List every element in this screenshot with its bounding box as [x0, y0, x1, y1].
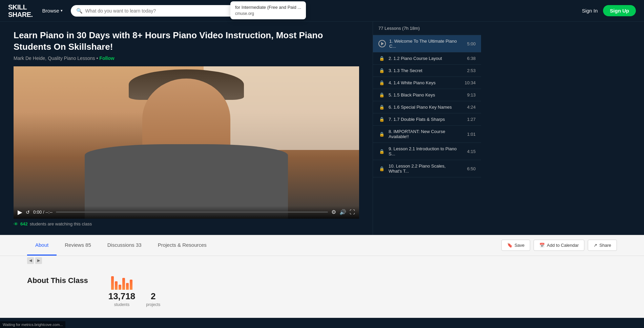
- footer-status: Waiting for metrics.brightcove.com...: [0, 321, 65, 328]
- tab-item[interactable]: About: [27, 235, 57, 256]
- about-title: About This Class: [27, 276, 88, 285]
- browse-button[interactable]: Browse ▾: [41, 5, 64, 16]
- sign-in-button[interactable]: Sign In: [582, 8, 598, 14]
- lesson-icon: 🔒: [378, 166, 385, 171]
- calendar-icon: 📅: [539, 243, 545, 248]
- course-title: Learn Piano in 30 Days with 8+ Hours Pia…: [14, 30, 359, 53]
- lesson-item[interactable]: 1. Welcome To The Ultimate Piano C... 5:…: [373, 35, 481, 52]
- lock-icon: 🔒: [379, 92, 385, 97]
- lesson-duration: 4:24: [463, 105, 476, 110]
- play-button[interactable]: ▶: [18, 209, 22, 216]
- video-thumbnail: [14, 66, 359, 219]
- play-circle-icon: [378, 40, 386, 47]
- lesson-text: 5. 1.5 Black Piano Keys: [389, 92, 460, 97]
- stat-projects-number: 2: [151, 291, 155, 302]
- lesson-text: 6. 1.6 Special Piano Key Names: [389, 105, 460, 110]
- lesson-icon: 🔒: [378, 132, 385, 137]
- chart-bar: [122, 278, 125, 290]
- tooltip-title: for Intermediate (Free and Paid ...: [235, 5, 301, 10]
- lesson-duration: 5:00: [463, 41, 476, 46]
- lesson-icon: [378, 40, 386, 47]
- tooltip-popup: for Intermediate (Free and Paid ... cmus…: [230, 1, 306, 19]
- lesson-item[interactable]: 🔒 7. 1.7 Double Flats & Sharps 1:27: [373, 113, 481, 126]
- search-bar[interactable]: 🔍: [71, 5, 240, 17]
- chart-bar: [111, 276, 114, 290]
- lock-icon: 🔒: [379, 166, 385, 171]
- lesson-icon: 🔒: [378, 149, 385, 154]
- stat-projects: 2 projects: [146, 276, 160, 307]
- lesson-duration: 1:01: [463, 132, 476, 137]
- chevron-down-icon: ▾: [61, 8, 63, 13]
- stat-students: 13,718 students: [108, 276, 136, 307]
- lesson-duration: 10:34: [463, 80, 476, 85]
- about-text: About This Class: [27, 276, 88, 307]
- stat-projects-label: projects: [146, 302, 160, 307]
- video-person: [14, 66, 359, 219]
- search-input[interactable]: [85, 8, 235, 14]
- tab-item[interactable]: Projects & Resources: [150, 235, 215, 256]
- volume-icon[interactable]: 🔊: [339, 209, 346, 215]
- lesson-text: 7. 1.7 Double Flats & Sharps: [389, 117, 460, 122]
- lock-icon: 🔒: [379, 149, 385, 154]
- lesson-duration: 6:50: [463, 166, 476, 171]
- lesson-icon: 🔒: [378, 56, 385, 61]
- header-right: Sign In Sign Up: [582, 5, 636, 16]
- lesson-duration: 9:13: [463, 92, 476, 97]
- content-row: ▶ ↺ 0:00 / --:-- ⚙ 🔊 ⛶: [14, 66, 359, 227]
- watching-bar: 👁 642 students are watching this class: [14, 221, 359, 227]
- chart-bar: [119, 285, 121, 290]
- lesson-list: 1. Welcome To The Ultimate Piano C... 5:…: [373, 35, 481, 177]
- video-player[interactable]: ▶ ↺ 0:00 / --:-- ⚙ 🔊 ⛶: [14, 66, 359, 219]
- lesson-text: 10. Lesson 2.2 Piano Scales, What's T...: [389, 163, 460, 174]
- save-label: Save: [515, 243, 525, 248]
- replay-button[interactable]: ↺: [26, 210, 30, 215]
- tooltip-url: cmuse.org: [235, 11, 301, 16]
- add-to-calendar-button[interactable]: 📅 Add to Calendar: [534, 240, 584, 251]
- logo-text: SKILL SHARE.: [8, 3, 33, 18]
- share-button[interactable]: ↗ Share: [588, 240, 617, 251]
- stat-students-label: students: [114, 302, 129, 307]
- lesson-item[interactable]: 🔒 3. 1.3 The Secret 2:53: [373, 65, 481, 77]
- video-controls: ▶ ↺ 0:00 / --:-- ⚙ 🔊 ⛶: [14, 206, 359, 219]
- scroll-right-arrow[interactable]: ▶: [35, 257, 42, 264]
- lesson-item[interactable]: 🔒 2. 1.2 Piano Course Layout 6:38: [373, 52, 481, 65]
- share-label: Share: [599, 243, 611, 248]
- chart-bar: [115, 281, 118, 290]
- share-icon: ↗: [594, 243, 597, 248]
- lesson-item[interactable]: 🔒 9. Lesson 2.1 Introduction to Piano S.…: [373, 143, 481, 160]
- scroll-left-arrow[interactable]: ◀: [27, 257, 34, 264]
- sign-up-button[interactable]: Sign Up: [603, 5, 636, 16]
- tab-actions: 🔖 Save 📅 Add to Calendar ↗ Share: [501, 236, 617, 255]
- lesson-icon: 🔒: [378, 68, 385, 73]
- lesson-sidebar: 77 Lessons (7h 18m) 1. Welcome To The Ul…: [373, 22, 481, 235]
- lesson-item[interactable]: 🔒 10. Lesson 2.2 Piano Scales, What's T.…: [373, 160, 481, 177]
- lesson-item[interactable]: 🔒 8. IMPORTANT: New Course Available!! 1…: [373, 126, 481, 143]
- lesson-icon: 🔒: [378, 80, 385, 85]
- settings-icon[interactable]: ⚙: [331, 209, 336, 215]
- lesson-text: 4. 1.4 White Piano Keys: [389, 80, 460, 85]
- scroll-arrows: ◀ ▶: [0, 256, 644, 265]
- bookmark-icon: 🔖: [507, 243, 513, 248]
- logo[interactable]: SKILL SHARE.: [8, 3, 33, 18]
- tab-item[interactable]: Discussions 33: [99, 235, 150, 256]
- tab-item[interactable]: Reviews 85: [57, 235, 99, 256]
- watch-count: 642: [20, 221, 28, 226]
- stat-students-number: 13,718: [108, 291, 136, 302]
- fullscreen-icon[interactable]: ⛶: [350, 209, 355, 215]
- save-button[interactable]: 🔖 Save: [501, 240, 531, 251]
- lesson-duration: 1:27: [463, 117, 476, 122]
- course-author: Mark De Heide, Quality Piano Lessons • F…: [14, 56, 359, 61]
- lesson-item[interactable]: 🔒 5. 1.5 Black Piano Keys 9:13: [373, 89, 481, 101]
- chart-bar: [126, 283, 129, 290]
- progress-bar[interactable]: [56, 212, 328, 213]
- eye-icon: 👁: [14, 221, 18, 227]
- lesson-item[interactable]: 🔒 6. 1.6 Special Piano Key Names 4:24: [373, 101, 481, 113]
- video-section: ▶ ↺ 0:00 / --:-- ⚙ 🔊 ⛶: [14, 66, 359, 227]
- follow-link[interactable]: Follow: [99, 56, 114, 61]
- lesson-count: 77 Lessons (7h 18m): [373, 22, 481, 35]
- watching-label: students are watching this class: [30, 221, 92, 226]
- lesson-item[interactable]: 🔒 4. 1.4 White Piano Keys 10:34: [373, 77, 481, 89]
- tabs-bar: AboutReviews 85Discussions 33Projects & …: [0, 235, 644, 256]
- lesson-icon: 🔒: [378, 117, 385, 122]
- lesson-duration: 6:38: [463, 56, 476, 61]
